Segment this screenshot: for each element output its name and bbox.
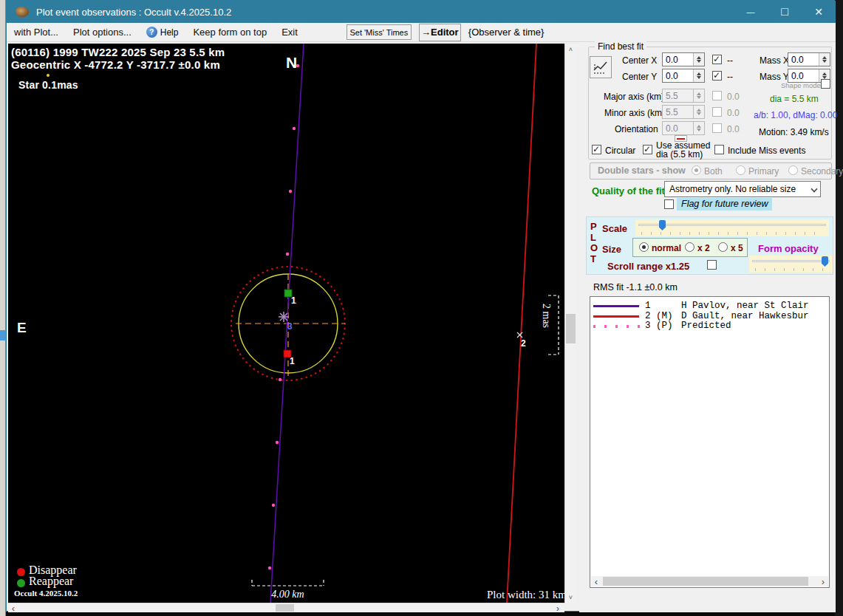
observer-3-num: 3 (645, 321, 656, 331)
mas-scale-label: 2 mas (540, 304, 552, 328)
observer-2-flag: (M) (656, 311, 681, 321)
mass-x-spin-icons[interactable] (819, 53, 830, 66)
scale-slider[interactable] (635, 219, 829, 236)
screen: Plot event observations : Occult v.4.202… (0, 0, 843, 616)
size-x2-label: x 2 (697, 243, 710, 253)
reappear-dot-icon (17, 579, 25, 587)
minor-axis-flag: 0.0 (727, 108, 740, 118)
observer-row-1[interactable]: 1 H Pavlov, near St Clair (590, 301, 829, 311)
version-label: Occult 4.2025.10.2 (14, 589, 78, 598)
center-y-spinner[interactable]: 0.0 (662, 69, 705, 83)
form-opacity-slider[interactable] (749, 256, 833, 273)
chord2-swatch (593, 312, 642, 321)
mass-x-spinner[interactable]: 0.0 (788, 52, 830, 66)
star-size-dot (47, 74, 50, 77)
double-both-radio (692, 165, 701, 175)
plot-canvas (8, 44, 564, 603)
editor-button[interactable]: →Editor (419, 24, 461, 41)
orientation-spin-icons (693, 122, 704, 134)
center-station-label: 3 (287, 321, 293, 332)
observer-row-3[interactable]: 3 (P) Predicted (590, 321, 829, 331)
listbox-scroll-left-icon[interactable] (591, 577, 601, 586)
scroll-right-icon[interactable] (553, 603, 563, 612)
center-y-spin-icons[interactable] (693, 69, 704, 82)
plot-area[interactable]: (60116) 1999 TW222 2025 Sep 23 5.5 km Ge… (8, 44, 564, 603)
orientation-value: 0.0 (666, 123, 678, 134)
menu-bar: with Plot... Plot options... Help Keep f… (7, 23, 836, 42)
size-normal-radio[interactable] (639, 242, 649, 252)
menu-help[interactable]: Help (139, 24, 186, 41)
use-assumed-checkbox[interactable] (643, 145, 652, 154)
circular-checkbox[interactable] (592, 145, 601, 154)
center-x-checkbox[interactable] (712, 55, 722, 64)
observer-3-name: Predicted (681, 321, 731, 331)
maximize-icon[interactable] (768, 1, 802, 23)
observer-row-2[interactable]: 2 (M) D Gault, near Hawkesbur (590, 312, 829, 321)
chord1-swatch (593, 301, 642, 310)
major-axis-spin-icons (693, 89, 704, 102)
minor-axis-spin-icons (693, 106, 704, 118)
scroll-range-label: Scroll range x1.25 (607, 261, 689, 272)
observer-1-num: 1 (645, 301, 656, 311)
reappear-label: Reappear (29, 575, 73, 588)
form-opacity-thumb[interactable] (822, 256, 828, 267)
center-x-label: Center X (622, 55, 657, 66)
center-x-spin-icons[interactable] (693, 53, 704, 66)
plot-horizontal-scrollbar[interactable] (8, 603, 564, 612)
flag-review-checkbox[interactable] (664, 199, 674, 209)
center-y-checkbox[interactable] (712, 71, 722, 81)
listbox-scrollbar[interactable] (591, 576, 828, 586)
menu-keep-on-top[interactable]: Keep form on top (185, 24, 274, 41)
vertical-scroll-thumb[interactable] (566, 314, 576, 343)
size-x2-radio[interactable] (685, 242, 694, 252)
background-selection (0, 330, 6, 340)
center-x-spinner[interactable]: 0.0 (662, 52, 705, 66)
orientation-label: Orientation (615, 124, 658, 134)
listbox-scroll-right-icon[interactable] (818, 577, 828, 586)
set-miss-times-button[interactable]: Set 'Miss' Times (347, 24, 412, 40)
shape-model-checkbox[interactable] (821, 79, 830, 89)
observer-2-name: D Gault, near Hawkesbur (681, 311, 809, 321)
menu-help-label: Help (160, 27, 179, 38)
minimize-icon[interactable] (734, 1, 768, 23)
scroll-up-icon[interactable] (565, 44, 576, 55)
menu-plot-options[interactable]: Plot options... (66, 24, 139, 41)
horizontal-scroll-thumb[interactable] (276, 604, 294, 612)
north-label: N (286, 54, 297, 72)
menu-exit[interactable]: Exit (274, 24, 305, 41)
plot-vertical-scrollbar[interactable] (564, 44, 576, 603)
dia-label: dia = 5.5 km (770, 94, 819, 104)
chord1-top-station-label: 1 (291, 295, 296, 306)
shape-model-label: Shape model (781, 81, 822, 89)
observer-time-label: {Observer & time} (468, 27, 545, 38)
scale-slider-thumb[interactable] (659, 220, 666, 230)
major-axis-spinner: 5.5 (662, 89, 705, 103)
major-axis-checkbox (712, 91, 722, 100)
size-normal-label: normal (652, 243, 681, 253)
mass-x-value: 0.0 (791, 55, 804, 65)
menu-with-plot[interactable]: with Plot... (7, 24, 66, 41)
predicted-swatch (593, 321, 642, 330)
scroll-left-icon[interactable] (8, 603, 18, 612)
observers-listbox[interactable]: 1 H Pavlov, near St Clair 2 (M) D Gault,… (590, 296, 830, 588)
major-axis-flag: 0.0 (727, 92, 740, 102)
title-bar: Plot event observations : Occult v.4.202… (7, 1, 836, 23)
km-scale-bracket (252, 580, 324, 586)
control-panel: Find best fit Center X 0.0 -- Mass X 0.0… (579, 42, 836, 612)
include-miss-checkbox[interactable] (714, 145, 724, 154)
star-marker (279, 312, 289, 322)
scroll-down-icon[interactable] (565, 592, 576, 603)
close-icon[interactable] (802, 1, 836, 23)
quality-dropdown[interactable]: Astrometry only. No reliable size (664, 181, 821, 197)
minor-axis-label: Minor axis (km) (604, 108, 665, 118)
listbox-scroll-thumb[interactable] (603, 577, 808, 586)
size-x5-radio[interactable] (718, 242, 728, 252)
chevron-down-icon (810, 185, 817, 192)
double-secondary-label: Secondary (801, 166, 843, 177)
size-label: Size (602, 244, 621, 255)
mass-y-value: 0.0 (791, 71, 804, 81)
scroll-range-checkbox[interactable] (707, 260, 717, 270)
minor-axis-value: 5.5 (666, 107, 678, 117)
fit-graph-button[interactable] (590, 56, 612, 78)
observer-2-num: 2 (645, 311, 656, 321)
